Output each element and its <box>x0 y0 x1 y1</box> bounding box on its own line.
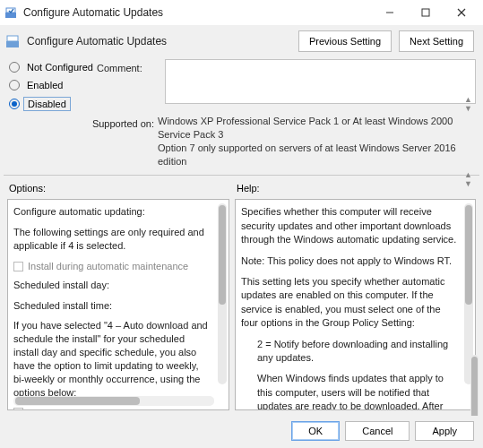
help-column: Help: Specifies whether this computer wi… <box>235 179 476 410</box>
svg-rect-6 <box>6 41 19 47</box>
policy-icon <box>5 34 20 48</box>
help-text: Specifies whether this computer will rec… <box>241 205 457 246</box>
checkbox-every-week[interactable]: Every week <box>13 407 211 411</box>
header: Configure Automatic Updates Previous Set… <box>0 25 483 54</box>
vertical-scrollbar[interactable] <box>218 203 227 384</box>
radio-icon <box>9 80 20 90</box>
checkbox-label: Install during automatic maintenance <box>28 260 188 273</box>
policy-icon <box>4 5 18 20</box>
footer: OK Cancel Apply <box>0 416 483 448</box>
scrollbar-thumb[interactable] <box>219 205 226 305</box>
scrollbar-thumb[interactable] <box>471 357 478 416</box>
maximize-button[interactable] <box>408 0 444 25</box>
checkbox-icon <box>13 262 23 271</box>
checkbox-install-maintenance[interactable]: Install during automatic maintenance <box>13 260 211 273</box>
scroll-arrows-icon[interactable]: ▲▼ <box>464 95 472 113</box>
close-button[interactable] <box>444 0 479 25</box>
help-heading: Help: <box>235 179 476 199</box>
options-content: Configure automatic updating: The follow… <box>13 205 223 410</box>
config-area: Not Configured Enabled Disabled Comment:… <box>0 54 483 115</box>
radio-label: Not Configured <box>23 61 97 73</box>
horizontal-scrollbar[interactable] <box>13 396 214 406</box>
sched-time-label: Scheduled install time: <box>13 299 211 313</box>
help-text: This setting lets you specify whether au… <box>241 275 457 331</box>
title-bar: Configure Automatic Updates <box>0 0 483 25</box>
panels: Options: Configure automatic updating: T… <box>0 176 483 416</box>
supported-label: Supported on: <box>90 115 154 168</box>
options-heading: Options: <box>7 179 229 199</box>
radio-label: Disabled <box>23 97 71 111</box>
svg-rect-7 <box>7 36 18 41</box>
options-long-text: If you have selected "4 – Auto download … <box>13 319 211 399</box>
radio-enabled[interactable]: Enabled <box>9 79 97 91</box>
options-req-text: The following settings are only required… <box>13 226 211 253</box>
options-heading-text: Configure automatic updating: <box>13 205 211 219</box>
page-title: Configure Automatic Updates <box>27 35 291 47</box>
checkbox-label: Every week <box>28 407 79 411</box>
cancel-button[interactable]: Cancel <box>345 421 410 441</box>
supported-row: Supported on: Windows XP Professional Se… <box>0 115 483 175</box>
help-text: 2 = Notify before downloading and instal… <box>241 338 457 366</box>
comment-label: Comment: <box>97 59 160 115</box>
previous-setting-button[interactable]: Previous Setting <box>298 30 392 52</box>
scrollbar-thumb[interactable] <box>465 205 472 305</box>
window-title: Configure Automatic Updates <box>23 6 372 19</box>
minimize-button[interactable] <box>372 0 408 25</box>
sched-day-label: Scheduled install day: <box>13 279 211 292</box>
help-content: Specifies whether this computer will rec… <box>241 205 470 410</box>
help-text: When Windows finds updates that apply to… <box>241 372 457 410</box>
radio-label: Enabled <box>23 79 66 91</box>
options-panel: Configure automatic updating: The follow… <box>7 199 229 410</box>
scrollbar-thumb[interactable] <box>15 397 140 405</box>
next-setting-button[interactable]: Next Setting <box>399 30 474 52</box>
radio-icon <box>9 62 20 73</box>
comment-input[interactable] <box>165 59 476 104</box>
supported-text: Windows XP Professional Service Pack 1 o… <box>158 115 467 168</box>
svg-rect-3 <box>422 9 429 16</box>
state-radios: Not Configured Enabled Disabled <box>7 54 97 115</box>
help-panel: Specifies whether this computer will rec… <box>235 199 476 410</box>
outer-scrollbar[interactable] <box>470 355 479 416</box>
help-text: Note: This policy does not apply to Wind… <box>241 254 457 268</box>
radio-icon <box>9 99 20 109</box>
ok-button[interactable]: OK <box>291 421 340 441</box>
options-column: Options: Configure automatic updating: T… <box>7 179 229 410</box>
checkbox-icon <box>13 408 23 410</box>
radio-not-configured[interactable]: Not Configured <box>9 61 97 73</box>
comment-area: Comment: <box>97 54 476 115</box>
radio-disabled[interactable]: Disabled <box>9 97 97 111</box>
apply-button[interactable]: Apply <box>415 421 474 441</box>
